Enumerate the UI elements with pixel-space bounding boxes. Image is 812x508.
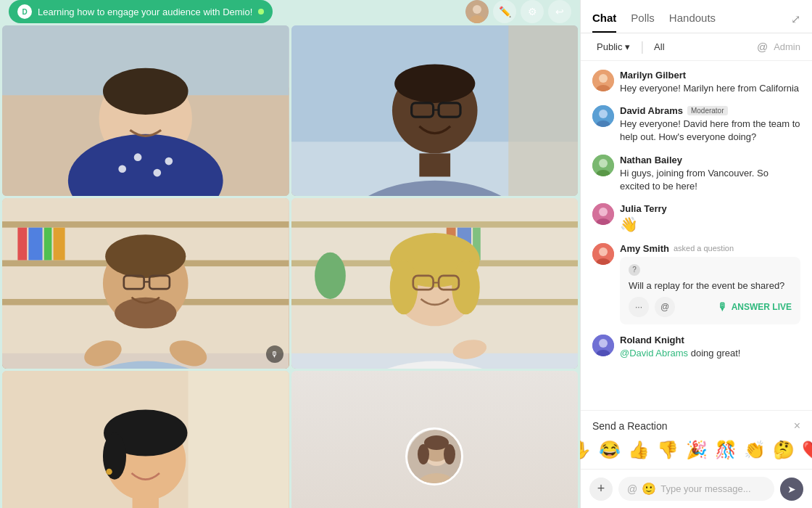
reaction-laugh[interactable]: 😂 xyxy=(599,440,621,460)
at-input-icon[interactable]: @ xyxy=(627,483,637,495)
svg-point-11 xyxy=(134,153,142,161)
content-roland: Roland Knight @David Abrams doing great! xyxy=(620,335,800,360)
filter-all[interactable]: All xyxy=(650,40,668,54)
filter-admin[interactable]: Admin xyxy=(774,41,800,52)
tab-handouts[interactable]: Handouts xyxy=(669,6,716,33)
svg-point-83 xyxy=(599,159,608,168)
svg-rect-29 xyxy=(17,228,27,261)
video-cell-1 xyxy=(2,25,289,196)
filter-sep: | xyxy=(640,39,644,54)
reaction-clap[interactable]: 👏 xyxy=(744,440,766,460)
asked-question-label: asked a question xyxy=(674,244,734,253)
video-panel: D Learning how to engage your audience w… xyxy=(0,0,580,508)
svg-point-80 xyxy=(599,110,608,118)
person6-avatar xyxy=(405,427,463,486)
name-roland: Roland Knight xyxy=(620,335,684,345)
demio-logo: D xyxy=(17,4,32,19)
name-julia: Julia Terry xyxy=(620,203,667,214)
chat-header: Chat Polls Handouts ⤢ xyxy=(581,0,812,33)
svg-point-20 xyxy=(394,64,475,102)
svg-point-74 xyxy=(418,444,429,464)
chevron-down-icon: ▾ xyxy=(625,41,630,52)
video-grid: 🎙 xyxy=(0,23,580,508)
svg-point-8 xyxy=(103,68,188,115)
moderator-badge: Moderator xyxy=(687,106,728,115)
svg-point-13 xyxy=(165,157,173,165)
svg-rect-26 xyxy=(2,221,289,228)
reaction-thumbsup[interactable]: 👍 xyxy=(628,440,650,460)
svg-point-86 xyxy=(599,208,608,216)
message-3: Nathan Bailey Hi guys, joining from Vanc… xyxy=(592,155,800,193)
settings-button[interactable]: ⚙ xyxy=(521,0,544,23)
reaction-heart[interactable]: ❤️ xyxy=(802,440,813,460)
avatar-roland xyxy=(592,335,614,356)
event-title-pill: D Learning how to engage your audience w… xyxy=(9,0,273,23)
video-cell-3: 🎙 xyxy=(2,198,289,369)
chat-filters: Public ▾ | All @ Admin xyxy=(581,33,812,61)
answer-live-label: ANSWER LIVE xyxy=(732,302,792,312)
video-cell-4 xyxy=(291,198,579,369)
chat-messages: Marilyn Gilbert Hey everyone! Marilyn he… xyxy=(581,61,812,410)
reaction-panel-title: Send a Reaction xyxy=(592,420,668,432)
expand-icon[interactable]: ⤢ xyxy=(791,12,800,26)
reaction-think[interactable]: 🤔 xyxy=(773,440,795,460)
text-marilyn: Hey everyone! Marilyn here from Californ… xyxy=(620,82,800,95)
svg-point-12 xyxy=(153,169,161,177)
answer-live-button[interactable]: 🎙 ANSWER LIVE xyxy=(718,301,792,313)
name-nathan: Nathan Bailey xyxy=(620,155,682,165)
svg-point-10 xyxy=(118,165,126,173)
reaction-close-button[interactable]: × xyxy=(794,419,800,433)
question-text: Will a replay for the event be shared? xyxy=(629,280,792,291)
avatar-david xyxy=(592,105,614,127)
message-input-box[interactable]: @ 🙂 Type your message... xyxy=(618,477,774,501)
svg-point-89 xyxy=(599,247,608,256)
name-david: David Abrams xyxy=(620,105,683,116)
edit-button[interactable]: ✏️ xyxy=(493,0,516,23)
top-bar: D Learning how to engage your audience w… xyxy=(0,0,580,23)
top-bar-actions: ✏️ ⚙ ↩ xyxy=(465,0,571,23)
reaction-thumbsdown[interactable]: 👎 xyxy=(657,440,679,460)
svg-point-50 xyxy=(315,253,346,299)
dots-button[interactable]: ··· xyxy=(629,297,649,317)
message-4: Julia Terry 👋 xyxy=(592,203,800,233)
avatar-amy xyxy=(592,243,614,265)
svg-point-92 xyxy=(599,339,608,348)
svg-rect-62 xyxy=(188,371,289,508)
at-button[interactable]: @ xyxy=(655,297,675,317)
avatar-marilyn xyxy=(592,70,614,91)
plus-button[interactable]: + xyxy=(589,478,613,501)
content-julia: Julia Terry 👋 xyxy=(620,203,800,233)
answer-mic-icon: 🎙 xyxy=(718,301,728,313)
svg-rect-30 xyxy=(28,228,42,261)
user-avatar[interactable] xyxy=(465,0,489,23)
exit-button[interactable]: ↩ xyxy=(548,0,571,23)
reaction-panel: Send a Reaction × ✋ 😂 👍 👎 🎉 🎊 👏 🤔 ❤️ xyxy=(581,410,812,469)
avatar-nathan xyxy=(592,155,614,176)
svg-point-35 xyxy=(105,234,186,278)
message-1: Marilyn Gilbert Hey everyone! Marilyn he… xyxy=(592,70,800,95)
reaction-confetti[interactable]: 🎊 xyxy=(715,440,737,460)
tab-chat[interactable]: Chat xyxy=(592,6,616,33)
svg-rect-31 xyxy=(44,228,52,261)
mention-david: @David Abrams xyxy=(620,348,688,359)
video-cell-6: 🎙 xyxy=(291,371,579,508)
video-cell-2 xyxy=(291,25,579,196)
content-nathan: Nathan Bailey Hi guys, joining from Vanc… xyxy=(620,155,800,193)
filter-public[interactable]: Public ▾ xyxy=(592,40,634,54)
filter-at[interactable]: @ xyxy=(757,41,768,53)
question-actions: ··· @ 🎙 ANSWER LIVE xyxy=(629,297,792,317)
avatar-julia xyxy=(592,203,614,225)
message-input[interactable]: Type your message... xyxy=(660,483,766,494)
question-header: ? xyxy=(629,264,792,276)
svg-rect-32 xyxy=(54,228,65,261)
chat-tabs: Chat Polls Handouts xyxy=(592,6,716,33)
svg-rect-16 xyxy=(508,25,578,196)
send-button[interactable]: ➤ xyxy=(780,478,803,501)
tab-polls[interactable]: Polls xyxy=(631,6,655,33)
live-indicator xyxy=(258,9,264,15)
question-icon: ? xyxy=(629,264,640,276)
reaction-party[interactable]: 🎉 xyxy=(686,440,708,460)
message-6: Roland Knight @David Abrams doing great! xyxy=(592,335,800,360)
event-title-text: Learning how to engage your audience wit… xyxy=(38,7,252,17)
emoji-picker-icon[interactable]: 🙂 xyxy=(642,482,656,496)
